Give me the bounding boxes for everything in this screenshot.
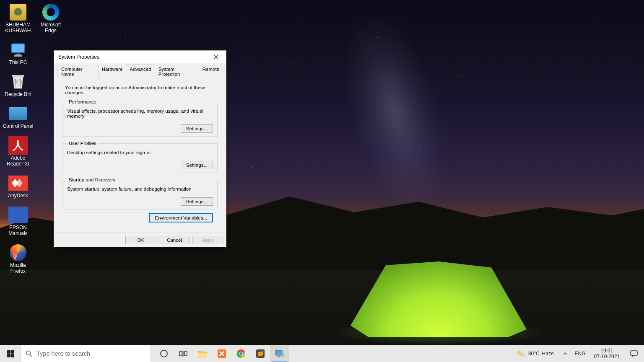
system-properties-dialog: System Properties Computer Name Hardware… bbox=[54, 50, 226, 247]
tray-weather[interactable]: 30°C Haze bbox=[512, 345, 558, 362]
edge-icon bbox=[41, 3, 61, 21]
svg-point-5 bbox=[26, 351, 31, 355]
svg-rect-1 bbox=[12, 44, 24, 52]
tray-time: 19:01 bbox=[600, 348, 613, 354]
svg-rect-3 bbox=[14, 55, 22, 57]
anydesk-icon bbox=[8, 174, 28, 192]
svg-rect-2 bbox=[16, 54, 21, 55]
svg-rect-20 bbox=[277, 357, 281, 357]
performance-desc: Visual effects, processor scheduling, me… bbox=[67, 109, 213, 119]
desktop-icon-edge[interactable]: Microsoft Edge bbox=[34, 3, 67, 34]
dialog-body: Computer Name Hardware Advanced System P… bbox=[54, 63, 226, 232]
taskbar-search[interactable] bbox=[20, 345, 150, 362]
taskbar-xampp[interactable] bbox=[212, 345, 231, 362]
cancel-button[interactable]: Cancel bbox=[159, 236, 190, 244]
desktop-icon-label: SHUBHAM KUSHWAH bbox=[2, 22, 34, 34]
epson-manuals-icon bbox=[8, 206, 28, 224]
weather-temp: 30°C bbox=[528, 351, 540, 357]
startup-recovery-legend: Startup and Recovery bbox=[67, 177, 117, 182]
tab-strip: Computer Name Hardware Advanced System P… bbox=[57, 65, 223, 78]
desktop-icon-anydesk[interactable]: AnyDesk bbox=[2, 174, 34, 199]
svg-rect-4 bbox=[12, 75, 24, 77]
svg-point-16 bbox=[240, 352, 243, 355]
user-profiles-group: User Profiles Desktop settings related t… bbox=[62, 141, 218, 173]
taskbar: 30°C Haze ENG 19:01 07-10-2021 bbox=[0, 345, 644, 362]
close-button[interactable] bbox=[208, 52, 224, 62]
user-profiles-desc: Desktop settings related to your sign-in bbox=[67, 150, 213, 155]
user-profiles-legend: User Profiles bbox=[67, 141, 98, 146]
desktop-icons-column-1: SHUBHAM KUSHWAH This PC Recycle Bin Cont… bbox=[2, 3, 34, 274]
sublime-icon bbox=[256, 349, 265, 358]
desktop-icon-label: EPSON Manuals bbox=[2, 225, 34, 236]
chevron-up-icon bbox=[563, 352, 567, 356]
taskbar-task-view[interactable] bbox=[174, 345, 193, 362]
svg-rect-8 bbox=[179, 352, 182, 356]
adobe-reader-icon: 人 bbox=[8, 137, 28, 154]
desktop-icon-recycle-bin[interactable]: Recycle Bin bbox=[2, 73, 34, 97]
system-properties-icon bbox=[275, 349, 285, 358]
desktop-icon-label: Control Panel bbox=[3, 123, 34, 129]
taskbar-sublime[interactable] bbox=[251, 345, 270, 362]
admin-notice-text: You must be logged on as an Administrato… bbox=[65, 85, 218, 95]
taskbar-system-properties[interactable] bbox=[270, 345, 289, 362]
svg-rect-9 bbox=[184, 352, 187, 356]
desktop-icon-label: Adobe Reader XI bbox=[2, 155, 34, 167]
ok-button[interactable]: OK bbox=[125, 236, 156, 244]
tray-notifications[interactable] bbox=[626, 345, 642, 362]
system-tray: 30°C Haze ENG 19:01 07-10-2021 bbox=[512, 345, 644, 362]
start-button[interactable] bbox=[0, 345, 20, 362]
notifications-icon bbox=[630, 350, 638, 357]
performance-group: Performance Visual effects, processor sc… bbox=[62, 99, 218, 137]
task-view-icon bbox=[179, 350, 187, 357]
startup-recovery-settings-button[interactable]: Settings... bbox=[181, 197, 213, 206]
dialog-title: System Properties bbox=[58, 54, 99, 60]
taskbar-pinned-apps bbox=[154, 345, 289, 362]
tab-remote[interactable]: Remote bbox=[199, 65, 223, 78]
apply-button[interactable]: Apply bbox=[192, 236, 223, 244]
svg-rect-12 bbox=[198, 353, 207, 357]
desktop-icon-control-panel[interactable]: Control Panel bbox=[2, 105, 34, 129]
svg-rect-24 bbox=[631, 351, 637, 355]
startup-recovery-group: Startup and Recovery System startup, sys… bbox=[62, 177, 218, 209]
wallpaper-tent bbox=[351, 253, 527, 337]
tray-clock[interactable]: 19:01 07-10-2021 bbox=[591, 345, 623, 362]
taskbar-cortana[interactable] bbox=[154, 345, 174, 362]
control-panel-icon bbox=[8, 105, 28, 122]
search-input[interactable] bbox=[36, 350, 133, 357]
weather-icon bbox=[517, 350, 526, 357]
chrome-icon bbox=[236, 349, 246, 358]
desktop-icons-column-2: Microsoft Edge bbox=[34, 3, 67, 34]
desktop-icon-adobe-reader[interactable]: 人 Adobe Reader XI bbox=[2, 137, 34, 167]
windows-logo-icon bbox=[7, 350, 14, 357]
desktop-icon-this-pc[interactable]: This PC bbox=[2, 41, 34, 65]
xampp-icon bbox=[217, 349, 226, 358]
tray-chevron[interactable] bbox=[561, 345, 570, 362]
taskbar-file-explorer[interactable] bbox=[193, 345, 212, 362]
desktop-icon-label: AnyDesk bbox=[8, 193, 28, 199]
dialog-titlebar[interactable]: System Properties bbox=[54, 51, 226, 63]
startup-recovery-desc: System startup, system failure, and debu… bbox=[67, 186, 213, 191]
desktop-icon-epson-manuals[interactable]: EPSON Manuals bbox=[2, 206, 34, 236]
desktop-icon-label: This PC bbox=[9, 59, 27, 65]
tab-advanced[interactable]: Advanced bbox=[126, 64, 155, 78]
tab-hardware[interactable]: Hardware bbox=[98, 65, 127, 78]
taskbar-chrome[interactable] bbox=[231, 345, 251, 362]
desktop-icon-label: Microsoft Edge bbox=[35, 22, 67, 34]
performance-settings-button[interactable]: Settings... bbox=[181, 124, 213, 133]
this-pc-icon bbox=[8, 41, 28, 59]
desktop-icon-user-folder[interactable]: SHUBHAM KUSHWAH bbox=[2, 3, 34, 34]
tab-system-protection[interactable]: System Protection bbox=[155, 65, 199, 78]
firefox-icon bbox=[8, 244, 28, 261]
close-icon bbox=[214, 55, 218, 59]
file-explorer-icon bbox=[198, 350, 207, 357]
environment-variables-button[interactable]: Environment Variables... bbox=[150, 214, 213, 222]
tab-computer-name[interactable]: Computer Name bbox=[57, 65, 99, 78]
desktop-icon-firefox[interactable]: Mozilla Firefox bbox=[2, 244, 34, 274]
tray-date: 07-10-2021 bbox=[594, 354, 620, 359]
weather-condition: Haze bbox=[542, 351, 554, 357]
performance-legend: Performance bbox=[67, 99, 98, 104]
tray-language[interactable]: ENG bbox=[572, 345, 588, 362]
cortana-icon bbox=[160, 349, 168, 358]
recycle-bin-icon bbox=[8, 73, 28, 90]
user-profiles-settings-button[interactable]: Settings... bbox=[181, 161, 213, 169]
